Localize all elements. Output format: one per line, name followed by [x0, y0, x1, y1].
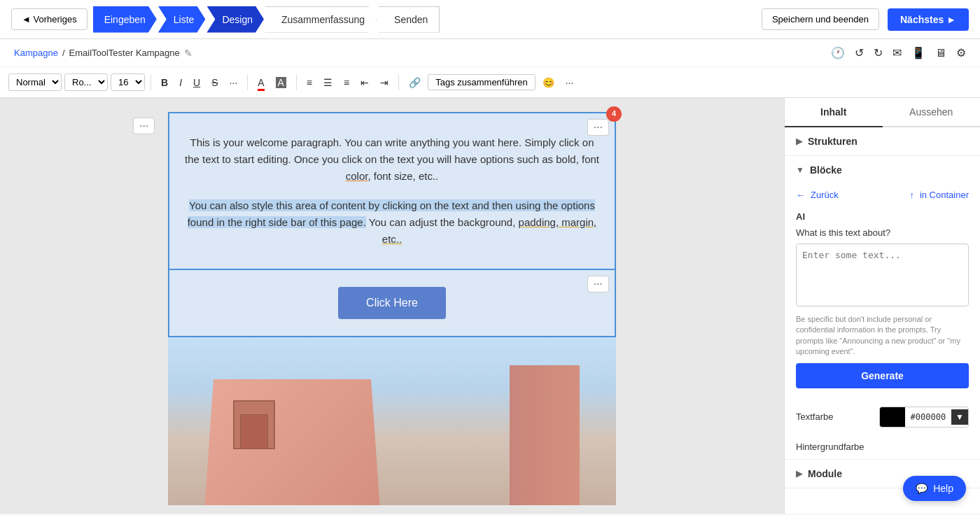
- step-eingeben[interactable]: Eingeben: [93, 6, 157, 33]
- style-paragraph: You can also style this area of content …: [183, 197, 601, 248]
- link-button[interactable]: 🔗: [405, 74, 425, 91]
- strukturen-header[interactable]: ▶ Strukturen: [785, 127, 980, 155]
- strukturen-section: ▶ Strukturen: [785, 127, 980, 156]
- tab-inhalt[interactable]: Inhalt: [785, 98, 883, 127]
- text-block-options[interactable]: ···: [587, 119, 609, 136]
- hintergrundfarbe-label: Hintergrundfarbe: [796, 442, 864, 452]
- hintergrundfarbe-row: Hintergrundfarbe: [785, 435, 980, 459]
- ai-label: AI: [785, 206, 980, 225]
- text-toolbar: Normal Ro... 16 B I U S ··· A A ≡ ☰ ≡ ⇤ …: [0, 67, 980, 98]
- blocke-header[interactable]: ▼ Blöcke: [785, 156, 980, 184]
- breadcrumb-root[interactable]: Kampagne: [14, 48, 58, 58]
- chevron-right-icon: ▶: [796, 136, 802, 146]
- button-block: ··· Click Here: [168, 270, 616, 337]
- more-text-button[interactable]: ···: [225, 74, 241, 91]
- redo-icon[interactable]: ↻: [874, 46, 883, 59]
- container-link[interactable]: ↑ in Container: [909, 190, 969, 200]
- step-design[interactable]: Design: [206, 6, 264, 33]
- sep-2: [247, 75, 248, 90]
- history-icon[interactable]: 🕐: [831, 46, 845, 59]
- bold-button[interactable]: B: [157, 74, 172, 91]
- sep-3: [296, 75, 297, 90]
- italic-button[interactable]: I: [175, 74, 186, 91]
- right-panel: Inhalt Aussehen ▶ Strukturen ▼ Blöcke ←: [784, 98, 980, 514]
- sep-1: [150, 75, 151, 90]
- step-senden[interactable]: Senden: [378, 6, 440, 33]
- email-icon[interactable]: ✉: [892, 46, 902, 59]
- back-nav: ← Zurück ↑ in Container: [785, 184, 980, 206]
- tab-aussehen[interactable]: Aussehen: [883, 98, 981, 126]
- bg-color-button[interactable]: A: [272, 74, 290, 91]
- tag-merge-button[interactable]: Tags zusammenführen: [428, 74, 536, 90]
- textfarbe-label: Textfarbe: [796, 411, 833, 422]
- ai-input[interactable]: [796, 244, 969, 306]
- edit-icon[interactable]: ✎: [184, 48, 192, 59]
- chevron-down-icon: ▼: [796, 165, 804, 175]
- step-zusammenfassung[interactable]: Zusammenfassung: [265, 6, 377, 33]
- block-options-left[interactable]: ···: [133, 118, 155, 134]
- next-button[interactable]: Nächstes ►: [888, 8, 969, 31]
- module-chevron-icon: ▶: [796, 469, 802, 479]
- step-liste[interactable]: Liste: [158, 6, 206, 33]
- prev-button[interactable]: ◄ Vorheriges: [11, 8, 88, 30]
- back-link[interactable]: ← Zurück: [796, 190, 839, 200]
- notification-badge: 4: [606, 106, 622, 122]
- top-nav: ◄ Vorheriges Eingeben Liste Design Zusam…: [0, 0, 980, 39]
- breadcrumb-current: EmailToolTester Kampagne: [69, 48, 180, 58]
- desktop-icon[interactable]: 🖥: [935, 47, 946, 59]
- ai-hint: Be specific but don't include personal o…: [785, 309, 980, 363]
- up-arrow-icon: ↑: [909, 190, 914, 200]
- btn-block-options[interactable]: ···: [587, 276, 609, 292]
- size-select[interactable]: 16: [111, 73, 145, 91]
- sep-4: [398, 75, 399, 90]
- font-color-button[interactable]: A: [253, 74, 268, 91]
- style-select[interactable]: Normal: [8, 73, 62, 91]
- image-block: [168, 337, 616, 505]
- mobile-icon[interactable]: 📱: [911, 46, 925, 59]
- textfarbe-row: Textfarbe #000000 ▼: [785, 400, 980, 435]
- text-block[interactable]: ··· This is your welcome paragraph. You …: [168, 112, 616, 270]
- save-and-close-button[interactable]: Speichern und beenden: [762, 8, 879, 30]
- list-ul-button[interactable]: ☰: [319, 74, 337, 91]
- textfarbe-arrow: ▼: [951, 409, 968, 425]
- nav-left: ◄ Vorheriges Eingeben Liste Design Zusam…: [11, 6, 440, 33]
- extra-button[interactable]: ···: [561, 74, 578, 91]
- canvas-area: ··· ··· This is your welcome paragraph. …: [0, 98, 784, 514]
- settings-icon[interactable]: ⚙: [956, 46, 966, 59]
- step-pipeline: Eingeben Liste Design Zusammenfassung Se…: [93, 6, 440, 33]
- back-arrow-icon: ←: [796, 190, 805, 200]
- nav-right: Inhalt Speichern und beenden Nächstes ►: [762, 8, 969, 31]
- breadcrumb-separator: /: [62, 48, 65, 58]
- breadcrumb: Kampagne / EmailToolTester Kampagne ✎ 🕐 …: [0, 39, 980, 67]
- generate-button[interactable]: Generate: [796, 363, 969, 388]
- main-layout: ··· ··· This is your welcome paragraph. …: [0, 98, 980, 514]
- emoji-button[interactable]: 😊: [538, 74, 559, 91]
- indent-out-button[interactable]: ⇤: [356, 74, 373, 91]
- align-button[interactable]: ≡: [302, 74, 316, 91]
- list-ol-button[interactable]: ≡: [340, 74, 354, 91]
- ai-question: What is this text about?: [785, 225, 980, 244]
- textfarbe-swatch[interactable]: #000000 ▼: [879, 407, 969, 428]
- breadcrumb-icons: 🕐 ↺ ↻ ✉ 📱 🖥 ⚙: [831, 46, 966, 59]
- click-here-button[interactable]: Click Here: [338, 287, 446, 319]
- textfarbe-color-box: [880, 407, 905, 427]
- welcome-paragraph: This is your welcome paragraph. You can …: [183, 134, 601, 185]
- email-canvas: ··· ··· This is your welcome paragraph. …: [168, 112, 616, 500]
- undo-icon[interactable]: ↺: [855, 46, 864, 59]
- indent-in-button[interactable]: ⇥: [376, 74, 393, 91]
- panel-tabs: Inhalt Aussehen: [785, 98, 980, 127]
- underline-button[interactable]: U: [189, 74, 204, 91]
- help-chat-icon: 💬: [916, 483, 927, 494]
- strikethrough-button[interactable]: S: [207, 74, 222, 91]
- font-select[interactable]: Ro...: [64, 73, 108, 91]
- blocke-section: ▼ Blöcke ← Zurück ↑ in Container AI What…: [785, 156, 980, 460]
- textfarbe-value: #000000: [905, 409, 952, 425]
- help-button[interactable]: 💬 Help: [903, 476, 966, 501]
